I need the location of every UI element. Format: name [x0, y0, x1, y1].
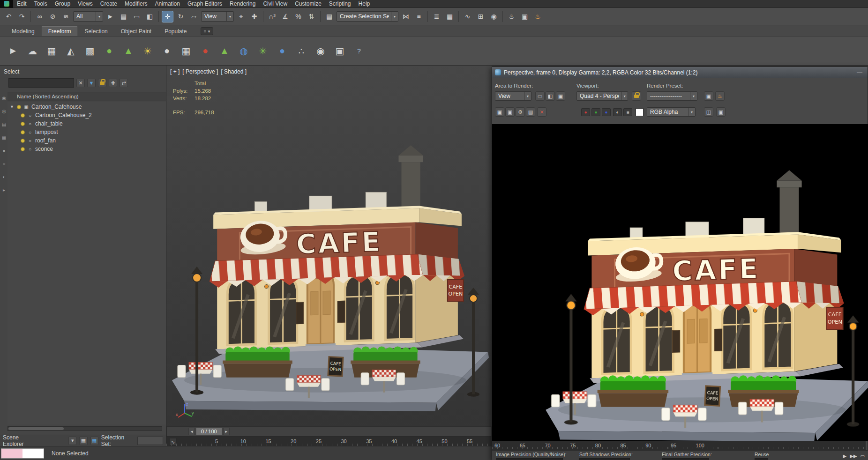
rendered-image[interactable]: [492, 124, 868, 441]
select-and-manipulate-icon[interactable]: ✚: [248, 11, 260, 22]
monitor-icon[interactable]: ▭: [861, 453, 865, 459]
snap-toggle-icon[interactable]: ∩³: [266, 11, 278, 22]
curve-editor-icon[interactable]: ∿: [462, 11, 473, 22]
align-icon[interactable]: ≡: [413, 11, 425, 22]
perspective-viewport[interactable]: [ + ] [ Perspective ] [ Shaded ] Total P…: [166, 66, 492, 426]
tree-row[interactable]: ▼ ▣ Cartoon_Cafehouse: [7, 103, 166, 111]
rendered-frame-window-icon[interactable]: ▣: [519, 11, 531, 22]
select-and-rotate-icon[interactable]: ↻: [175, 11, 187, 22]
visibility-bulb-icon[interactable]: [21, 113, 25, 118]
visibility-bulb-icon[interactable]: [21, 122, 25, 126]
blue-channel-icon[interactable]: ●: [602, 108, 611, 116]
filter-funnel-icon[interactable]: ▼: [87, 79, 96, 87]
max-logo[interactable]: [0, 0, 13, 8]
current-frame-chip[interactable]: 0 / 100: [196, 428, 222, 435]
next-frame-button[interactable]: ▸: [223, 428, 230, 435]
tree-row[interactable]: ○ sconce: [7, 145, 166, 153]
track-bar-continuation[interactable]: 6065707580859095100: [492, 441, 866, 450]
bind-spacewarp-icon[interactable]: ≋: [60, 11, 72, 22]
menu-item[interactable]: Animation: [151, 0, 184, 7]
add-filter-icon[interactable]: ✚: [109, 79, 117, 87]
horizontal-scrollbar[interactable]: [7, 426, 162, 431]
menu-item[interactable]: Help: [355, 0, 374, 7]
viewport-lock-icon[interactable]: [632, 91, 641, 101]
menu-item[interactable]: Create: [97, 0, 121, 7]
area-to-render-dropdown[interactable]: View ▾: [495, 91, 531, 101]
tree-row[interactable]: ○ roof_fan: [7, 136, 166, 145]
visibility-bulb-icon[interactable]: [21, 139, 25, 143]
select-and-scale-icon[interactable]: ▱: [188, 11, 200, 22]
clear-search-icon[interactable]: ✕: [76, 79, 85, 87]
freeform-tool-icon[interactable]: ▲: [121, 42, 136, 60]
red-channel-icon[interactable]: ●: [581, 108, 590, 116]
ribbon-config-button[interactable]: ≡ ▾: [201, 27, 214, 35]
freeform-tool-icon[interactable]: ●: [198, 42, 213, 60]
region-marquee-icon[interactable]: ▭: [535, 91, 545, 101]
tab-freeform[interactable]: Freeform: [42, 26, 78, 36]
viewport-shading-menu[interactable]: [ Shaded ]: [221, 68, 247, 75]
edit-region-icon[interactable]: ◧: [546, 91, 555, 101]
render-window-titlebar[interactable]: Perspective, frame 0, Display Gamma: 2,2…: [492, 67, 868, 78]
freeform-tool-icon[interactable]: ►: [6, 42, 21, 60]
freeform-tool-icon[interactable]: ◭: [63, 42, 78, 60]
save-image-icon[interactable]: ▣: [495, 107, 504, 117]
grid-view-icon[interactable]: ▦: [79, 437, 87, 445]
visibility-bulb-icon[interactable]: [17, 105, 21, 109]
menu-item[interactable]: Views: [74, 0, 97, 7]
viewport-dropdown[interactable]: Quad 4 - Perspec ▾: [576, 91, 628, 101]
green-channel-icon[interactable]: ●: [591, 108, 600, 116]
menu-item[interactable]: Modifiers: [121, 0, 151, 7]
menu-item[interactable]: Scripting: [325, 0, 355, 7]
freeform-tool-icon[interactable]: ●: [159, 42, 174, 60]
tab-populate[interactable]: Populate: [158, 27, 193, 36]
layout-full-icon[interactable]: ▣: [716, 107, 726, 117]
freeform-tool-icon[interactable]: ☁: [25, 42, 40, 60]
freeform-tool-icon[interactable]: ∴: [294, 42, 309, 60]
freeform-tool-icon[interactable]: ▣: [332, 42, 347, 60]
menu-item[interactable]: Group: [51, 0, 74, 7]
track-bar[interactable]: ∿ 510152025303540455055: [166, 437, 492, 447]
reference-coordinate-dropdown[interactable]: View ▾: [201, 11, 234, 22]
channel-display-dropdown[interactable]: RGB Alpha ▾: [647, 107, 696, 117]
render-setup-icon[interactable]: ♨: [506, 11, 517, 22]
select-and-move-icon[interactable]: ✛: [162, 11, 173, 22]
explorer-toolbar-icon[interactable]: ◐: [2, 174, 5, 179]
play-icon[interactable]: ▶: [843, 453, 846, 459]
render-settings-icon[interactable]: ⚙: [516, 107, 525, 117]
render-preset-dropdown[interactable]: ----------------- ▾: [647, 91, 697, 101]
viewport-pov-menu[interactable]: [ Perspective ]: [182, 68, 218, 75]
clear-image-icon[interactable]: ✕: [537, 107, 546, 117]
auto-region-icon[interactable]: ▣: [556, 91, 565, 101]
explorer-toolbar-icon[interactable]: ◉: [2, 96, 6, 101]
explorer-menu-icon[interactable]: ▾: [68, 437, 76, 445]
rectangular-selection-icon[interactable]: ▭: [131, 11, 142, 22]
explorer-toolbar-icon[interactable]: ◎: [2, 109, 6, 114]
selection-filter-dropdown[interactable]: All ▾: [73, 11, 103, 22]
explorer-toolbar-icon[interactable]: ●: [2, 148, 5, 153]
freeform-tool-icon[interactable]: ▲: [217, 42, 232, 60]
spinner-snap-icon[interactable]: ⇅: [306, 11, 317, 22]
explorer-column-header[interactable]: Name (Sorted Ascending): [7, 92, 166, 101]
freeform-tool-icon[interactable]: ▦: [179, 42, 194, 60]
save-preset-icon[interactable]: ▣: [704, 91, 713, 101]
selection-set-dropdown[interactable]: [137, 437, 163, 445]
print-image-icon[interactable]: ▤: [526, 107, 535, 117]
maxscript-mini-listener[interactable]: [1, 448, 44, 459]
percent-snap-icon[interactable]: %: [292, 11, 304, 22]
monochrome-icon[interactable]: ■: [623, 108, 632, 116]
freeform-tool-icon[interactable]: ☀: [140, 42, 155, 60]
freeform-tool-icon[interactable]: ●: [275, 42, 290, 60]
freeform-tool-icon[interactable]: ▦: [44, 42, 59, 60]
lock-icon[interactable]: [98, 79, 106, 87]
time-slider[interactable]: ◂ 0 / 100 ▸: [166, 426, 492, 437]
tree-row[interactable]: ○ chair_table: [7, 119, 166, 128]
tree-row[interactable]: ○ lamppost: [7, 128, 166, 136]
freeform-tool-icon[interactable]: ◉: [313, 42, 328, 60]
select-link-icon[interactable]: ∞: [34, 11, 45, 22]
tab-modeling[interactable]: Modeling: [6, 27, 41, 36]
freeform-tool-icon[interactable]: ✳: [255, 42, 270, 60]
render-button-icon[interactable]: ♨: [715, 91, 725, 101]
menu-item[interactable]: Customize: [291, 0, 325, 7]
explorer-toolbar-icon[interactable]: ○: [2, 161, 5, 166]
material-editor-icon[interactable]: ◉: [488, 11, 500, 22]
